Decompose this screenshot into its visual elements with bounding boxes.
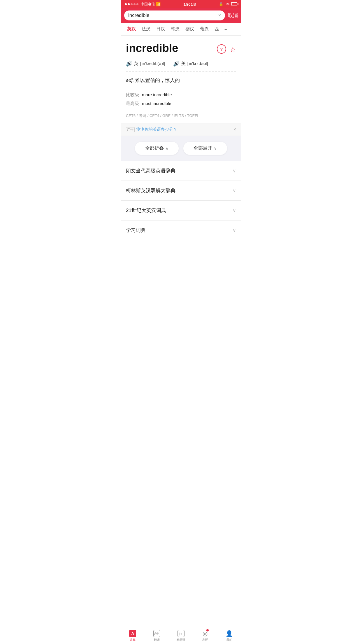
tab-fahan[interactable]: 法汉 — [139, 23, 153, 35]
word-actions: ? ☆ — [217, 44, 236, 54]
battery-percent: 5% — [225, 2, 229, 6]
expand-all-button[interactable]: 全部展开 ∨ — [183, 142, 227, 155]
tab-more[interactable]: ··· — [222, 23, 229, 35]
superlative-value: most incredible — [142, 99, 171, 108]
ad-link[interactable]: 测测你的英语多少分？ — [136, 127, 177, 132]
status-left: 中国电信 📶 — [125, 2, 161, 7]
chevron-0: ∨ — [233, 168, 236, 174]
collapse-icon: ∧ — [166, 146, 168, 150]
search-query: incredible — [128, 13, 216, 18]
tab-pi[interactable]: 匹 — [212, 23, 222, 35]
status-time: 19:18 — [183, 2, 196, 7]
expand-icon: ∨ — [214, 146, 217, 150]
speaker-us-icon[interactable]: 🔊 — [173, 60, 180, 67]
lock-icon: 🔒 — [219, 2, 223, 6]
cancel-button[interactable]: 取消 — [228, 12, 238, 19]
speaker-uk-icon[interactable]: 🔊 — [126, 60, 132, 67]
tab-puhan[interactable]: 葡汉 — [197, 23, 212, 35]
status-bar: 中国电信 📶 19:18 🔒 5% — [121, 0, 241, 8]
inflection-section: 比较级 more incredible 最高级 most incredible — [121, 89, 241, 112]
carrier-label: 中国电信 — [141, 2, 155, 7]
favorite-button[interactable]: ☆ — [230, 46, 236, 54]
chevron-1: ∨ — [233, 188, 236, 193]
collapse-label: 全部折叠 — [145, 145, 164, 151]
word-header: incredible ? ☆ — [121, 36, 241, 57]
ad-banner: 广告 测测你的英语多少分？ × — [121, 123, 241, 136]
ad-close-button[interactable]: × — [233, 127, 236, 132]
collapse-all-button[interactable]: 全部折叠 ∧ — [135, 142, 179, 155]
tab-yinghan[interactable]: 英汉 — [124, 23, 139, 35]
dict-section-2[interactable]: 21世纪大英汉词典 ∨ — [121, 200, 241, 220]
comparative-value: more incredible — [142, 90, 172, 99]
pron-uk-region: 英 — [134, 61, 138, 66]
superlative-row: 最高级 most incredible — [126, 99, 236, 108]
definition-section: adj. 难以置信的，惊人的 — [121, 72, 241, 89]
search-input-wrap[interactable]: incredible × — [124, 10, 225, 20]
comparative-row: 比较级 more incredible — [126, 90, 236, 99]
definition-text: 难以置信的，惊人的 — [135, 78, 180, 83]
expand-label: 全部展开 — [194, 145, 212, 151]
part-of-speech: adj. — [126, 78, 134, 83]
dict-section-1[interactable]: 柯林斯英汉双解大辞典 ∨ — [121, 181, 241, 200]
dict-section-0[interactable]: 朗文当代高级英语辞典 ∨ — [121, 161, 241, 181]
tab-rihan[interactable]: 日汉 — [153, 23, 168, 35]
question-icon: ? — [220, 47, 223, 52]
search-bar: incredible × 取消 — [121, 8, 241, 23]
signal-dots — [125, 3, 138, 5]
chevron-2: ∨ — [233, 208, 236, 213]
dict-type-tabs: 英汉 法汉 日汉 韩汉 德汉 葡汉 匹 ··· — [121, 23, 241, 36]
pron-uk: 🔊 英 [ɪn'kredɪb(ə)l] — [126, 60, 165, 67]
dict-title-3: 学习词典 — [126, 227, 146, 234]
dict-title-2: 21世纪大英汉词典 — [126, 207, 166, 214]
wifi-icon: 📶 — [156, 2, 161, 6]
dict-title-1: 柯林斯英汉双解大辞典 — [126, 187, 175, 194]
dict-title-0: 朗文当代高级英语辞典 — [126, 167, 175, 174]
exam-tags: CET6 / 考研 / CET4 / GRE / IELTS / TOEFL — [121, 112, 241, 123]
pron-us-phonetic: [ɪn'krɛdəbl] — [187, 61, 208, 66]
tab-dehan[interactable]: 德汉 — [182, 23, 197, 35]
battery-icon — [231, 2, 237, 6]
pron-us: 🔊 美 [ɪn'krɛdəbl] — [173, 60, 208, 67]
pron-uk-phonetic: [ɪn'kredɪb(ə)l] — [140, 61, 165, 66]
ad-content: 广告 测测你的英语多少分？ — [126, 127, 177, 132]
superlative-label: 最高级 — [126, 99, 139, 108]
help-button[interactable]: ? — [217, 44, 226, 54]
status-right: 🔒 5% — [219, 2, 237, 6]
chevron-3: ∨ — [233, 228, 236, 233]
ad-label: 广告 — [126, 127, 135, 132]
pron-us-region: 美 — [181, 61, 186, 66]
dict-section-3[interactable]: 学习词典 ∨ — [121, 220, 241, 240]
comparative-label: 比较级 — [126, 90, 139, 99]
clear-button[interactable]: × — [218, 13, 221, 18]
pronunciation-section: 🔊 英 [ɪn'kredɪb(ə)l] 🔊 美 [ɪn'krɛdəbl] — [121, 57, 241, 71]
tab-hanhan[interactable]: 韩汉 — [168, 23, 182, 35]
word-title: incredible — [126, 42, 178, 55]
main-content: incredible ? ☆ 🔊 英 [ɪn'kredɪb(ə)l] 🔊 美 [… — [121, 36, 241, 240]
fold-section: 全部折叠 ∧ 全部展开 ∨ — [121, 136, 241, 161]
